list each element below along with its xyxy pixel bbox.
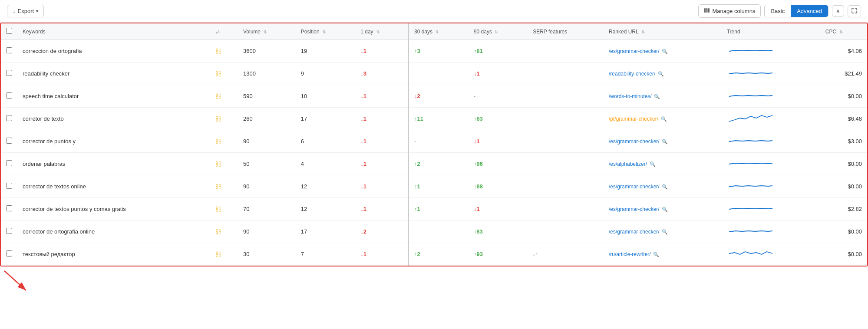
header-position-label: Position <box>301 29 320 35</box>
row-checkbox[interactable] <box>6 250 12 257</box>
cpc-cell: $6.48 <box>820 108 867 130</box>
ranked-url-link[interactable]: /es/alphabetizer/ <box>609 161 647 167</box>
volume-value: 90 <box>243 138 249 145</box>
url-search-icon[interactable]: 🔍 <box>662 139 668 144</box>
url-search-icon[interactable]: 🔍 <box>658 71 664 76</box>
ranked-url-cell[interactable]: /readability-checker/ 🔍 <box>604 63 722 85</box>
url-search-icon[interactable]: 🔍 <box>662 184 668 189</box>
toolbar-left: ↓ Export ▾ <box>7 5 44 17</box>
keyword-cell: текстовый редактор <box>17 243 210 266</box>
ranked-url-cell[interactable]: /pt/grammar-checker/ 🔍 <box>604 108 722 130</box>
ranked-url-link[interactable]: /es/grammar-checker/ <box>609 48 660 54</box>
header-90days[interactable]: 90 days ⇅ <box>469 23 528 40</box>
header-cpc[interactable]: CPC ⇅ <box>820 23 867 40</box>
row-checkbox-cell <box>1 85 17 108</box>
header-serp-features[interactable]: SERP features <box>528 23 604 40</box>
position-value: 7 <box>301 251 304 257</box>
columns-icon <box>704 7 710 15</box>
header-1day[interactable]: 1 day ⇅ <box>355 23 405 40</box>
manage-columns-button[interactable]: Manage columns <box>698 4 761 18</box>
header-keywords[interactable]: Keywords <box>17 23 210 40</box>
url-search-icon[interactable]: 🔍 <box>650 161 656 167</box>
volume-cell: 260 <box>238 108 296 130</box>
ranked-url-link[interactable]: /es/grammar-checker/ <box>609 206 660 212</box>
1day-cell: ↓1 <box>355 198 405 220</box>
ranked-url-link[interactable]: /es/grammar-checker/ <box>609 229 660 235</box>
keyword-text: correccion de ortografia <box>23 48 82 54</box>
serp-features-cell: ⇌ <box>528 243 604 266</box>
position-cell: 9 <box>296 63 355 85</box>
trend-cell <box>722 85 820 108</box>
url-search-icon[interactable]: 🔍 <box>662 49 668 54</box>
advanced-view-button[interactable]: Advanced <box>791 5 828 17</box>
header-ranked-url[interactable]: Ranked URL ⇅ <box>604 23 722 40</box>
url-search-icon[interactable]: 🔍 <box>653 252 659 257</box>
url-search-icon[interactable]: 🔍 <box>662 229 668 234</box>
row-checkbox[interactable] <box>6 160 12 166</box>
ranked-url-link[interactable]: /ru/article-rewriter/ <box>609 251 651 257</box>
row-checkbox[interactable] <box>6 92 12 99</box>
ranked-url-cell[interactable]: /words-to-minutes/ 🔍 <box>604 85 722 108</box>
header-1day-label: 1 day <box>360 29 373 35</box>
table-row: speech time calculator ⛓ 590 10 ↓1 ↓2 - … <box>1 85 867 108</box>
link-icon: ⛓ <box>215 48 221 55</box>
ranked-url-link[interactable]: /pt/grammar-checker/ <box>609 116 658 122</box>
link-sort-icon: ⇄ <box>215 29 220 35</box>
volume-value: 90 <box>243 183 249 190</box>
url-search-icon[interactable]: 🔍 <box>662 207 668 212</box>
row-checkbox[interactable] <box>6 47 12 53</box>
ranked-url-cell[interactable]: /es/alphabetizer/ 🔍 <box>604 153 722 175</box>
keyword-text: ordenar palabras <box>23 161 65 167</box>
ranked-url-link[interactable]: /es/grammar-checker/ <box>609 138 660 145</box>
url-search-icon[interactable]: 🔍 <box>654 94 660 99</box>
ranked-url-link[interactable]: /words-to-minutes/ <box>609 93 652 99</box>
collapse-button[interactable]: ∧ <box>832 5 844 17</box>
volume-cell: 90 <box>238 130 296 153</box>
table-wrapper: Keywords ⇄ Volume ⇅ Position ⇅ 1 day <box>0 23 868 266</box>
exchanges-icon: ⇌ <box>533 251 538 258</box>
header-30days[interactable]: 30 days ⇅ <box>409 23 469 40</box>
ranked-url-cell[interactable]: /es/grammar-checker/ 🔍 <box>604 175 722 198</box>
fullscreen-button[interactable] <box>848 5 861 17</box>
export-button[interactable]: ↓ Export ▾ <box>7 5 44 17</box>
svg-rect-1 <box>706 8 708 13</box>
row-checkbox[interactable] <box>6 205 12 211</box>
position-value: 10 <box>301 93 307 99</box>
position-value: 12 <box>301 183 307 190</box>
basic-view-button[interactable]: Basic <box>765 5 791 17</box>
cpc-sort-icon: ⇅ <box>839 30 843 34</box>
select-all-checkbox[interactable] <box>6 28 12 34</box>
row-checkbox[interactable] <box>6 228 12 234</box>
ranked-url-link[interactable]: /readability-checker/ <box>609 71 655 77</box>
ranked-url-link[interactable]: /es/grammar-checker/ <box>609 184 660 190</box>
header-link[interactable]: ⇄ <box>210 23 238 40</box>
toolbar: ↓ Export ▾ Manage columns Basic Advanced <box>0 0 868 23</box>
cpc-value: $0.00 <box>848 93 862 99</box>
30days-cell: ↑11 <box>409 108 469 130</box>
header-position[interactable]: Position ⇅ <box>296 23 355 40</box>
ranked-url-cell[interactable]: /es/grammar-checker/ 🔍 <box>604 220 722 243</box>
cpc-value: $4.06 <box>848 48 862 54</box>
keyword-text: текстовый редактор <box>23 251 75 257</box>
ranked-url-cell[interactable]: /es/grammar-checker/ 🔍 <box>604 130 722 153</box>
position-value: 6 <box>301 138 304 145</box>
row-checkbox[interactable] <box>6 183 12 189</box>
row-checkbox[interactable] <box>6 138 12 144</box>
ranked-url-cell[interactable]: /ru/article-rewriter/ 🔍 <box>604 243 722 266</box>
ranked-url-cell[interactable]: /es/grammar-checker/ 🔍 <box>604 40 722 63</box>
table-row: corrector de textos puntos y comas grati… <box>1 198 867 220</box>
cpc-cell: $0.00 <box>820 85 867 108</box>
ranked-url-cell[interactable]: /es/grammar-checker/ 🔍 <box>604 198 722 220</box>
row-checkbox[interactable] <box>6 115 12 121</box>
header-volume[interactable]: Volume ⇅ <box>238 23 296 40</box>
serp-features-cell <box>528 220 604 243</box>
volume-value: 50 <box>243 161 249 167</box>
header-keywords-label: Keywords <box>23 29 46 35</box>
divider-cell <box>405 108 409 130</box>
cpc-cell: $0.00 <box>820 175 867 198</box>
serp-features-cell <box>528 108 604 130</box>
url-search-icon[interactable]: 🔍 <box>661 116 667 122</box>
row-checkbox[interactable] <box>6 70 12 76</box>
row-checkbox-cell <box>1 153 17 175</box>
toolbar-right: Manage columns Basic Advanced ∧ <box>698 4 861 18</box>
